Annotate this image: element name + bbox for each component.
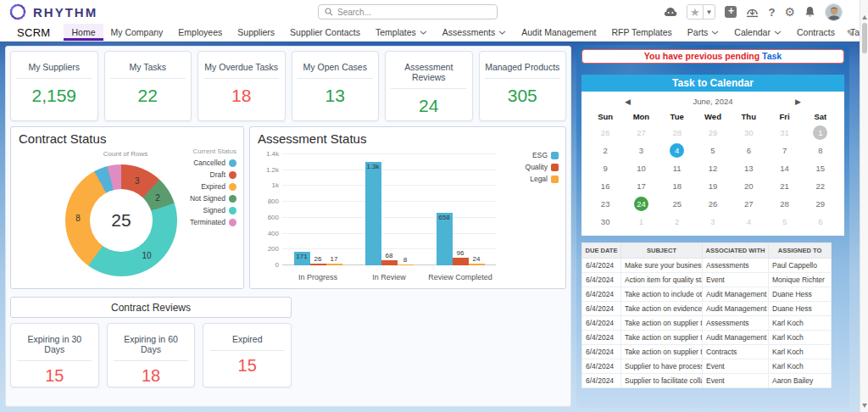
scrollbar-up-icon[interactable] (862, 15, 867, 19)
nav-tab-calendar[interactable]: Calendar (726, 24, 789, 41)
legend-item-terminated[interactable]: Terminated (190, 218, 236, 226)
calendar-day[interactable]: 27 (623, 124, 659, 142)
calendar-day[interactable]: 6 (803, 213, 838, 231)
calendar-day[interactable]: 5 (695, 142, 731, 159)
edit-page-icon[interactable]: ✎ (847, 28, 854, 39)
task-subject[interactable]: Take action on supplier to ... (621, 316, 703, 331)
calendar-day[interactable]: 18 (659, 177, 695, 195)
calendar-day[interactable]: 12 (695, 159, 731, 177)
calendar-day[interactable]: 17 (623, 177, 659, 195)
task-assignee[interactable]: Karl Koch (769, 331, 832, 345)
scrollbar-thumb[interactable] (862, 23, 867, 53)
calendar-day[interactable]: 30 (587, 213, 623, 231)
search-input[interactable] (337, 8, 491, 17)
legend-item-signed[interactable]: Signed (190, 206, 236, 214)
task-assignee[interactable]: Karl Koch (769, 345, 832, 359)
calendar-day[interactable]: 1 (623, 213, 659, 231)
calendar-day[interactable]: 7 (766, 142, 802, 159)
legend-item-expired[interactable]: Expired (190, 182, 236, 191)
task-subject[interactable]: Supplier to facilitate collab... (621, 374, 703, 388)
calendar-day[interactable]: 8 (803, 142, 838, 159)
nav-tab-parts[interactable]: Parts (680, 24, 727, 41)
calendar-day[interactable]: 6 (731, 142, 766, 159)
calendar-day[interactable]: 25 (659, 195, 695, 213)
calendar-day[interactable]: 22 (803, 177, 838, 195)
calendar-day[interactable]: 4 (731, 213, 766, 231)
nav-tab-supplier-contacts[interactable]: Supplier Contacts (282, 24, 368, 41)
task-subject[interactable]: Supplier to have process t... (621, 359, 703, 374)
calendar-day[interactable]: 24 (623, 195, 659, 213)
calendar-day[interactable]: 21 (766, 177, 802, 195)
einstein-icon[interactable] (664, 5, 677, 19)
legend-item-draft[interactable]: Draft (190, 170, 236, 179)
task-subject[interactable]: Make sure your business cl... (621, 259, 703, 273)
calendar-day[interactable]: 23 (587, 195, 623, 213)
favorites-caret-icon[interactable]: ▼ (703, 5, 715, 19)
kpi-card-my-tasks[interactable]: My Tasks22 (104, 51, 192, 121)
calendar-day[interactable]: 28 (766, 195, 802, 213)
calendar-day[interactable]: 5 (766, 213, 802, 231)
calendar-day[interactable]: 11 (659, 159, 695, 177)
calendar-day[interactable]: 29 (695, 124, 731, 142)
calendar-day[interactable]: 16 (587, 177, 623, 195)
kpi-card-my-open-cases[interactable]: My Open Cases13 (292, 51, 380, 121)
calendar-day[interactable]: 3 (695, 213, 731, 231)
nav-tab-contracts[interactable]: Contracts (789, 24, 843, 41)
calendar-day-highlight[interactable]: 1 (813, 125, 827, 140)
guidance-icon[interactable] (746, 5, 759, 19)
legend-item-quality[interactable]: Quality (526, 163, 559, 171)
calendar-day[interactable]: 2 (659, 213, 695, 231)
calendar-day[interactable]: 14 (766, 159, 802, 177)
nav-tab-assessments[interactable]: Assessments (435, 24, 514, 41)
add-icon[interactable]: + (725, 5, 737, 19)
favorites-star-icon[interactable]: ★ (687, 5, 703, 19)
calendar-day[interactable]: 26 (695, 195, 731, 213)
nav-tab-templates[interactable]: Templates (368, 24, 435, 41)
task-subject[interactable]: Take action on supplier to ... (621, 345, 703, 359)
nav-tab-home[interactable]: Home (64, 24, 103, 41)
pending-task-link[interactable]: Task (762, 51, 782, 61)
review-card-expiring-in-60-days[interactable]: Expiring in 60 Days18 (107, 323, 196, 387)
calendar-day[interactable]: 13 (731, 159, 766, 177)
bar-quality-in-progress[interactable] (310, 264, 326, 265)
nav-tab-my-company[interactable]: My Company (103, 24, 171, 41)
avatar[interactable] (825, 3, 843, 21)
task-subject[interactable]: Take action on supplier to ... (621, 331, 703, 345)
page-scrollbar[interactable] (860, 0, 868, 412)
nav-tab-rfp-templates[interactable]: RFP Templates (604, 24, 679, 41)
legend-item-not-signed[interactable]: Not Signed (190, 194, 236, 203)
nav-tab-suppliers[interactable]: Suppliers (230, 24, 282, 41)
bar-esg-in-review[interactable] (365, 162, 381, 265)
kpi-card-my-suppliers[interactable]: My Suppliers2,159 (10, 51, 98, 121)
calendar-next-icon[interactable]: ▶ (795, 97, 801, 106)
legend-item-cancelled[interactable]: Cancelled (190, 159, 236, 167)
task-subject[interactable]: Take action to include othe... (621, 287, 703, 302)
calendar-day[interactable]: 2 (587, 142, 623, 159)
calendar-day[interactable]: 1 (803, 124, 838, 142)
task-assignee[interactable]: Duane Hess (769, 287, 832, 302)
review-card-expiring-in-30-days[interactable]: Expiring in 30 Days15 (10, 323, 99, 387)
calendar-day[interactable]: 9 (587, 159, 623, 177)
review-card-expired[interactable]: Expired15 (203, 323, 292, 387)
kpi-card-my-overdue-tasks[interactable]: My Overdue Tasks18 (198, 51, 286, 121)
legend-item-legal[interactable]: Legal (526, 175, 559, 183)
bar-legal-review-completed[interactable] (469, 264, 485, 265)
calendar-day[interactable]: 27 (731, 195, 766, 213)
calendar-day[interactable]: 19 (695, 177, 731, 195)
kpi-card-assessment-reviews[interactable]: Assessment Reviews24 (385, 51, 473, 121)
task-assignee[interactable]: Duane Hess (769, 302, 832, 316)
task-assignee[interactable]: Aaron Bailey (769, 374, 832, 388)
calendar-day-highlight[interactable]: 4 (670, 143, 684, 158)
help-icon[interactable]: ? (768, 5, 775, 19)
calendar-day[interactable]: 29 (803, 195, 838, 213)
nav-tab-audit-management[interactable]: Audit Management (514, 24, 604, 41)
calendar-day[interactable]: 31 (766, 124, 802, 142)
calendar-day[interactable]: 20 (731, 177, 766, 195)
notifications-bell-icon[interactable] (804, 5, 815, 19)
calendar-day[interactable]: 10 (623, 159, 659, 177)
calendar-day[interactable]: 26 (587, 124, 623, 142)
calendar-day-highlight[interactable]: 24 (634, 197, 648, 211)
calendar-day[interactable]: 30 (731, 124, 766, 142)
task-assignee[interactable]: Paul Cappello (769, 259, 832, 273)
task-subject[interactable]: Take action on evidence of... (621, 302, 703, 316)
